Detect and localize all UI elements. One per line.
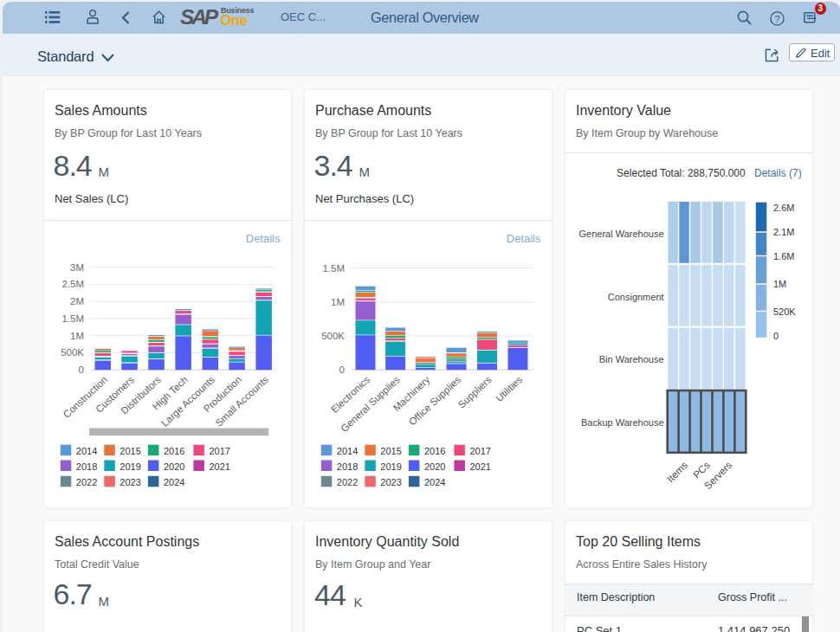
svg-text:2014: 2014	[337, 446, 358, 456]
svg-text:2024: 2024	[424, 477, 445, 487]
svg-text:Suppliers: Suppliers	[456, 374, 494, 410]
svg-text:2.1M: 2.1M	[773, 227, 794, 237]
svg-text:0: 0	[339, 364, 345, 375]
svg-text:2M: 2M	[70, 296, 84, 306]
svg-text:1.6M: 1.6M	[773, 251, 794, 261]
svg-text:2017: 2017	[469, 446, 490, 456]
svg-text:2015: 2015	[120, 446, 140, 456]
svg-text:2021: 2021	[209, 461, 229, 472]
svg-text:2018: 2018	[337, 461, 358, 472]
svg-text:2022: 2022	[337, 477, 358, 487]
svg-text:0: 0	[79, 364, 84, 375]
svg-text:2020: 2020	[164, 461, 184, 472]
svg-text:0: 0	[773, 331, 779, 341]
svg-text:500K: 500K	[61, 347, 84, 358]
svg-text:2023: 2023	[380, 477, 401, 487]
svg-text:2019: 2019	[120, 461, 140, 472]
svg-text:Selected Total: 288,750.000: Selected Total: 288,750.000	[617, 167, 746, 179]
svg-text:1M: 1M	[773, 279, 786, 289]
svg-text:2023: 2023	[120, 477, 140, 487]
svg-text:2021: 2021	[469, 461, 490, 472]
svg-text:Utilities: Utilities	[494, 374, 524, 403]
svg-text:Details (7): Details (7)	[754, 167, 802, 179]
svg-text:2.5M: 2.5M	[61, 279, 84, 289]
svg-text:2020: 2020	[424, 461, 445, 472]
svg-text:2016: 2016	[164, 446, 184, 456]
svg-text:2014: 2014	[76, 446, 97, 456]
svg-text:2.6M: 2.6M	[773, 203, 794, 213]
svg-text:1M: 1M	[331, 297, 345, 307]
svg-text:3M: 3M	[70, 262, 84, 273]
svg-text:?: ?	[774, 13, 779, 23]
svg-text:2024: 2024	[164, 477, 184, 487]
svg-text:Consignment: Consignment	[608, 292, 664, 302]
svg-text:2022: 2022	[76, 477, 97, 487]
svg-text:1.5M: 1.5M	[322, 263, 345, 274]
svg-text:520K: 520K	[773, 306, 796, 317]
svg-text:Bin Warehouse: Bin Warehouse	[599, 354, 664, 364]
svg-text:2017: 2017	[209, 446, 229, 456]
svg-text:1M: 1M	[70, 331, 84, 341]
svg-text:Items: Items	[665, 460, 690, 485]
svg-text:500K: 500K	[321, 331, 345, 341]
svg-text:1.5M: 1.5M	[61, 313, 84, 324]
svg-text:General Warehouse: General Warehouse	[579, 229, 664, 239]
svg-text:2019: 2019	[380, 461, 401, 472]
svg-text:2015: 2015	[380, 446, 401, 456]
svg-text:2016: 2016	[424, 446, 445, 456]
svg-text:Backup Warehouse: Backup Warehouse	[581, 417, 664, 428]
svg-text:2018: 2018	[76, 461, 97, 472]
